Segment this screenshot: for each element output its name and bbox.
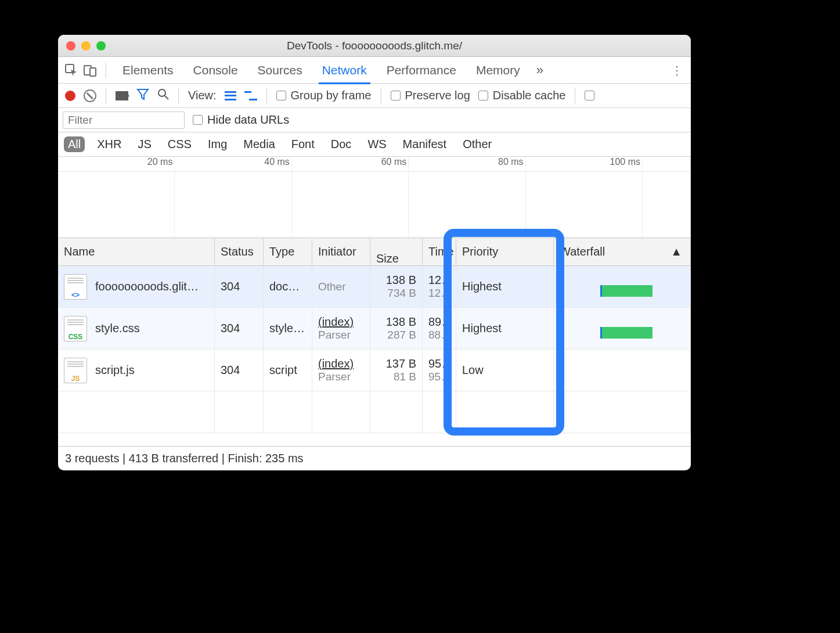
network-toolbar: View: Group by frame Preserve log Disabl… xyxy=(58,84,691,108)
cell-priority: Low xyxy=(456,350,554,391)
request-name: script.js xyxy=(95,364,135,377)
type-filter-ws[interactable]: WS xyxy=(363,136,390,152)
search-icon[interactable] xyxy=(157,88,169,103)
type-filter-font[interactable]: Font xyxy=(287,136,319,152)
disable-cache-checkbox[interactable]: Disable cache xyxy=(478,89,566,102)
cell-initiator: (index)Parser xyxy=(312,350,370,391)
separator xyxy=(266,88,267,104)
timeline-tick: 60 ms xyxy=(292,157,409,171)
cell-initiator: (index)Parser xyxy=(312,308,370,349)
timeline-overview[interactable]: 20 ms40 ms60 ms80 ms100 ms xyxy=(58,157,691,238)
tab-elements[interactable]: Elements xyxy=(114,63,182,77)
cell-time: 89…88… xyxy=(423,308,456,349)
separator xyxy=(381,88,381,104)
filter-input[interactable] xyxy=(63,112,185,129)
separator xyxy=(106,62,106,78)
zoom-icon[interactable] xyxy=(96,41,106,51)
cell-type: script xyxy=(264,350,312,391)
timeline-tick: 20 ms xyxy=(58,157,175,171)
clear-button[interactable] xyxy=(84,89,96,102)
settings-menu-icon[interactable]: ⋮ xyxy=(669,63,685,77)
type-filter-xhr[interactable]: XHR xyxy=(93,136,125,152)
preserve-log-checkbox[interactable]: Preserve log xyxy=(391,89,470,102)
cell-waterfall xyxy=(554,308,691,349)
device-toggle-icon[interactable] xyxy=(82,63,98,78)
table-header-row: Name Status Type Initiator Size Time Pri… xyxy=(58,238,691,266)
tab-sources[interactable]: Sources xyxy=(250,63,311,77)
timeline-tick: 40 ms xyxy=(175,157,291,171)
tab-performance[interactable]: Performance xyxy=(378,63,464,77)
separator xyxy=(575,88,575,104)
cell-time: 95…95… xyxy=(423,350,456,391)
file-js-icon: JS xyxy=(64,358,87,383)
devtools-window: DevTools - fooooooooods.glitch.me/ Eleme… xyxy=(58,35,691,470)
tab-network[interactable]: Network xyxy=(314,63,375,77)
minimize-icon[interactable] xyxy=(81,41,91,51)
type-filter-manifest[interactable]: Manifest xyxy=(399,136,451,152)
type-filter-media[interactable]: Media xyxy=(239,136,279,152)
traffic-lights xyxy=(58,41,106,51)
panel-tabs: ElementsConsoleSourcesNetworkPerformance… xyxy=(58,57,691,84)
type-filter-css[interactable]: CSS xyxy=(164,136,196,152)
inspect-element-icon[interactable] xyxy=(64,63,79,78)
col-priority[interactable]: Priority xyxy=(456,238,554,265)
type-filter-all[interactable]: All xyxy=(64,136,85,152)
window-title: DevTools - fooooooooods.glitch.me/ xyxy=(58,39,691,52)
type-filter-img[interactable]: Img xyxy=(204,136,231,152)
cell-size: 137 B81 B xyxy=(370,350,423,391)
type-filter-js[interactable]: JS xyxy=(134,136,155,152)
col-size[interactable]: Size xyxy=(370,238,423,265)
table-row-empty xyxy=(58,391,691,433)
list-view-icon[interactable] xyxy=(225,91,236,100)
timeline-tick: 100 ms xyxy=(526,157,643,171)
status-bar: 3 requests | 413 B transferred | Finish:… xyxy=(58,446,691,470)
request-name: fooooooooods.glit… xyxy=(95,280,199,293)
record-button[interactable] xyxy=(65,91,75,101)
offline-checkbox[interactable]: O xyxy=(585,89,597,102)
col-waterfall[interactable]: Waterfall▲ xyxy=(554,238,691,265)
waterfall-bar xyxy=(600,327,652,339)
svg-point-3 xyxy=(158,89,165,96)
type-filter-other[interactable]: Other xyxy=(459,136,496,152)
cell-waterfall xyxy=(554,350,691,391)
timeline-tick: 80 ms xyxy=(409,157,525,171)
table-row[interactable]: CSSstyle.css304style…(index)Parser138 B2… xyxy=(58,308,691,350)
table-row[interactable]: JSscript.js304script(index)Parser137 B81… xyxy=(58,350,691,391)
close-icon[interactable] xyxy=(66,41,75,51)
filter-toggle-icon[interactable] xyxy=(136,88,149,104)
col-status[interactable]: Status xyxy=(215,238,264,265)
sort-indicator-icon: ▲ xyxy=(670,245,682,258)
tab-memory[interactable]: Memory xyxy=(468,63,528,77)
col-initiator[interactable]: Initiator xyxy=(312,238,370,265)
screenshot-button[interactable] xyxy=(116,91,128,100)
hide-data-urls-checkbox[interactable]: Hide data URLs xyxy=(193,113,289,127)
svg-rect-2 xyxy=(90,68,96,76)
filter-bar: Hide data URLs xyxy=(58,108,691,132)
cell-priority: Highest xyxy=(456,266,554,307)
cell-status: 304 xyxy=(215,266,264,307)
cell-status: 304 xyxy=(215,308,264,349)
type-filter-doc[interactable]: Doc xyxy=(327,136,356,152)
status-summary: 3 requests | 413 B transferred | Finish:… xyxy=(65,452,304,465)
titlebar: DevTools - fooooooooods.glitch.me/ xyxy=(58,35,691,57)
cell-waterfall xyxy=(554,266,691,307)
table-row[interactable]: <>fooooooooods.glit…304doc…Other138 B734… xyxy=(58,266,691,308)
tabs-overflow-icon[interactable]: » xyxy=(532,63,548,78)
frame-view-icon[interactable] xyxy=(244,91,257,100)
waterfall-bar xyxy=(600,285,652,297)
cell-initiator: Other xyxy=(312,266,370,307)
group-by-frame-checkbox[interactable]: Group by frame xyxy=(276,89,372,102)
cell-type: doc… xyxy=(264,266,312,307)
view-label: View: xyxy=(188,89,217,102)
col-type[interactable]: Type xyxy=(264,238,312,265)
requests-table: Name Status Type Initiator Size Time Pri… xyxy=(58,238,691,446)
cell-time: 12…12… xyxy=(423,266,456,307)
col-time[interactable]: Time xyxy=(423,238,456,265)
timeline-ruler: 20 ms40 ms60 ms80 ms100 ms xyxy=(58,157,691,172)
tab-console[interactable]: Console xyxy=(185,63,246,77)
cell-status: 304 xyxy=(215,350,264,391)
col-name[interactable]: Name xyxy=(58,238,215,265)
cell-size: 138 B287 B xyxy=(370,308,423,349)
cell-size: 138 B734 B xyxy=(370,266,423,307)
cell-type: style… xyxy=(264,308,312,349)
